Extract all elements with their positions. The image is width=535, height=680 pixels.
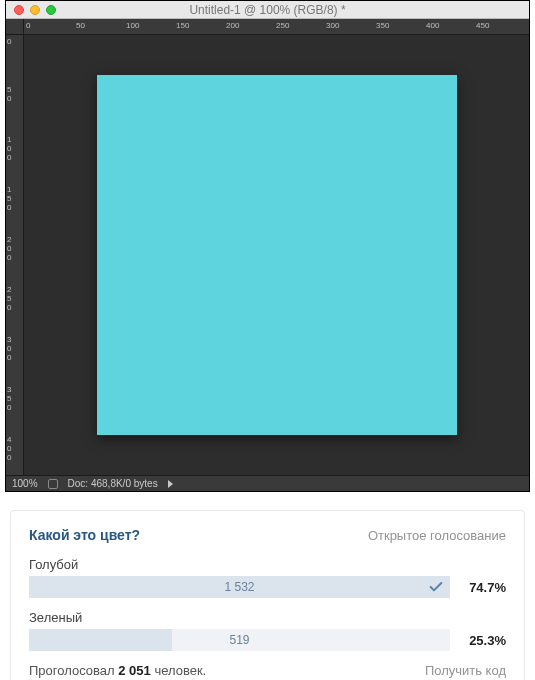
poll-vote-count: 519 bbox=[29, 629, 450, 651]
poll-bar[interactable]: 1 532 bbox=[29, 576, 450, 598]
poll-option-label: Голубой bbox=[29, 557, 506, 572]
poll-option-label: Зеленый bbox=[29, 610, 506, 625]
document-title: Untitled-1 @ 100% (RGB/8) * bbox=[6, 3, 529, 17]
ruler-origin[interactable] bbox=[6, 19, 24, 35]
window-controls bbox=[14, 5, 56, 15]
poll-question: Какой это цвет? bbox=[29, 527, 140, 543]
statusbar-icon[interactable] bbox=[48, 479, 58, 489]
get-code-link[interactable]: Получить код bbox=[425, 663, 506, 678]
poll-header: Какой это цвет? Открытое голосование bbox=[29, 527, 506, 543]
ruler-tick: 300 bbox=[326, 21, 339, 30]
photoshop-window: Untitled-1 @ 100% (RGB/8) * 0 50 100 150… bbox=[5, 0, 530, 492]
ruler-vertical[interactable]: 0 5 0 1 0 0 1 5 0 2 0 0 2 5 0 3 0 0 3 5 … bbox=[6, 35, 24, 475]
ruler-tick: 0 bbox=[26, 21, 30, 30]
statusbar-menu-icon[interactable] bbox=[168, 480, 173, 488]
window-titlebar[interactable]: Untitled-1 @ 100% (RGB/8) * bbox=[6, 1, 529, 19]
canvas-area[interactable] bbox=[24, 35, 529, 475]
ruler-tick: 150 bbox=[176, 21, 189, 30]
ruler-tick: 100 bbox=[126, 21, 139, 30]
ruler-tick: 50 bbox=[76, 21, 85, 30]
poll-card: Какой это цвет? Открытое голосование Гол… bbox=[10, 510, 525, 680]
poll-percent: 25.3% bbox=[460, 633, 506, 648]
ruler-tick: 200 bbox=[226, 21, 239, 30]
status-bar: 100% Doc: 468,8K/0 bytes bbox=[6, 475, 529, 491]
ruler-tick: 350 bbox=[376, 21, 389, 30]
ruler-tick: 4 0 0 bbox=[7, 435, 23, 462]
poll-type-label: Открытое голосование bbox=[368, 528, 506, 543]
doc-info: Doc: 468,8K/0 bytes bbox=[68, 478, 158, 489]
poll-option[interactable]: Голубой 1 532 74.7% bbox=[29, 557, 506, 598]
poll-footer: Проголосовал 2 051 человек. Получить код bbox=[29, 663, 506, 678]
ruler-tick: 2 5 0 bbox=[7, 285, 23, 312]
ruler-tick: 450 bbox=[476, 21, 489, 30]
ruler-tick: 5 0 bbox=[7, 85, 23, 103]
ruler-tick: 3 0 0 bbox=[7, 335, 23, 362]
poll-bar[interactable]: 519 bbox=[29, 629, 450, 651]
poll-total-suffix: человек. bbox=[151, 663, 206, 678]
ruler-tick: 250 bbox=[276, 21, 289, 30]
ruler-horizontal[interactable]: 0 50 100 150 200 250 300 350 400 450 bbox=[24, 19, 529, 35]
poll-percent: 74.7% bbox=[460, 580, 506, 595]
canvas[interactable] bbox=[97, 75, 457, 435]
poll-total-prefix: Проголосовал bbox=[29, 663, 118, 678]
ruler-tick: 2 0 0 bbox=[7, 235, 23, 262]
close-icon[interactable] bbox=[14, 5, 24, 15]
ruler-tick: 3 5 0 bbox=[7, 385, 23, 412]
zoom-level[interactable]: 100% bbox=[12, 478, 38, 489]
ruler-tick: 1 0 0 bbox=[7, 135, 23, 162]
poll-total: Проголосовал 2 051 человек. bbox=[29, 663, 206, 678]
poll-option[interactable]: Зеленый 519 25.3% bbox=[29, 610, 506, 651]
poll-vote-count: 1 532 bbox=[29, 576, 450, 598]
checkmark-icon bbox=[428, 579, 444, 598]
ruler-tick: 0 bbox=[7, 37, 23, 46]
poll-total-number: 2 051 bbox=[118, 663, 151, 678]
zoom-icon[interactable] bbox=[46, 5, 56, 15]
ruler-tick: 400 bbox=[426, 21, 439, 30]
ruler-tick: 1 5 0 bbox=[7, 185, 23, 212]
minimize-icon[interactable] bbox=[30, 5, 40, 15]
